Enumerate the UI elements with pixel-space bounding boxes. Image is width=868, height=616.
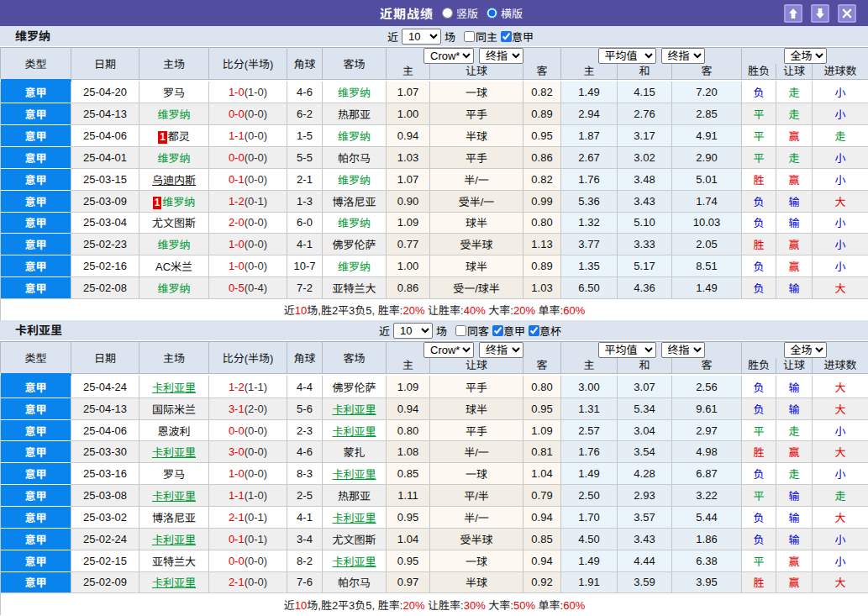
team-link[interactable]: 亚特兰大 xyxy=(332,282,376,295)
odds-view-select[interactable]: 全场 xyxy=(784,342,827,358)
checkbox-input[interactable] xyxy=(464,31,475,42)
odds-view-select[interactable]: Crow* xyxy=(423,342,474,358)
team-link[interactable]: 热那亚 xyxy=(338,108,371,121)
header-row-groups: 类型日期主场比分(半场)角球客场Crow*终指平均值终指全场 xyxy=(1,342,868,359)
team-link[interactable]: 国际米兰 xyxy=(152,403,196,416)
score-cell: 1-0(0-0) xyxy=(209,255,287,277)
odds-view-select[interactable]: 终指 xyxy=(661,342,705,358)
odds-view-select[interactable]: 平均值 xyxy=(598,48,656,64)
filter-checkbox[interactable]: 意杯 xyxy=(529,323,561,339)
filter-checkbox[interactable]: 意甲 xyxy=(492,323,525,339)
team-link[interactable]: 维罗纳 xyxy=(338,217,371,229)
summary-segment: 让胜率: xyxy=(424,599,463,612)
avg-draw-cell: 3.59 xyxy=(618,571,672,593)
team-link[interactable]: 卡利亚里 xyxy=(332,555,376,568)
team-link[interactable]: 恩波利 xyxy=(157,425,190,438)
team-link[interactable]: 维罗纳 xyxy=(157,152,190,165)
team-link[interactable]: 卡利亚里 xyxy=(152,382,196,394)
team-link[interactable]: 卡利亚里 xyxy=(332,425,376,438)
team-link[interactable]: 卡利亚里 xyxy=(152,446,196,459)
team-link[interactable]: 佛罗伦萨 xyxy=(332,239,376,251)
view-mode-radio[interactable]: 横版 xyxy=(487,5,523,21)
team-link[interactable]: 卡利亚里 xyxy=(332,468,376,481)
move-up-button[interactable] xyxy=(784,4,802,23)
result-cell: 小 xyxy=(813,234,868,255)
title-group: 近期战绩 竖版横版 xyxy=(380,0,523,26)
team-link[interactable]: 维罗纳 xyxy=(338,87,371,99)
team-link[interactable]: 博洛尼亚 xyxy=(152,512,196,524)
sub-column-header: 主 xyxy=(561,358,618,373)
team-link[interactable]: 卡利亚里 xyxy=(332,403,376,416)
odds-handicap-cell: 受半球 xyxy=(430,528,523,550)
half-time-score: (0-0) xyxy=(245,576,267,588)
view-mode-radio[interactable]: 竖版 xyxy=(442,5,478,21)
corners-cell: 4-6 xyxy=(287,82,323,103)
full-time-score: 0-1 xyxy=(229,533,245,545)
result-cell: 大 xyxy=(813,507,868,529)
radio-input[interactable] xyxy=(442,8,453,18)
team-link[interactable]: 维罗纳 xyxy=(162,196,195,208)
home-team-cell: 卡利亚里 xyxy=(139,528,209,550)
team-link[interactable]: 维罗纳 xyxy=(157,282,190,295)
avg-home-cell: 1.49 xyxy=(561,82,618,103)
date-cell: 25-03-16 xyxy=(71,463,139,485)
close-button[interactable] xyxy=(838,4,856,23)
team-link[interactable]: 卡利亚里 xyxy=(152,490,196,503)
team-link[interactable]: 博洛尼亚 xyxy=(332,196,376,208)
corners-cell: 8-2 xyxy=(287,550,323,571)
checkbox-input[interactable] xyxy=(501,31,512,42)
filter-checkbox[interactable]: 同客 xyxy=(455,323,489,339)
match-count-select[interactable]: 10 xyxy=(402,29,441,45)
odds-handicap-cell: 半球 xyxy=(430,571,523,593)
team-link[interactable]: 罗马 xyxy=(163,468,185,481)
team-link[interactable]: 卡利亚里 xyxy=(152,534,196,546)
avg-home-cell: 1.76 xyxy=(561,441,618,463)
avg-home-cell: 1.32 xyxy=(561,212,618,234)
odds-view-select[interactable]: Crow* xyxy=(423,48,474,64)
checkbox-input[interactable] xyxy=(492,325,503,336)
team-link[interactable]: 维罗纳 xyxy=(338,130,371,143)
home-team-cell: 乌迪内斯 xyxy=(139,168,209,190)
team-link[interactable]: 热那亚 xyxy=(338,490,371,503)
team-link[interactable]: 维罗纳 xyxy=(157,108,190,121)
team-link[interactable]: 维罗纳 xyxy=(338,261,371,273)
team-link[interactable]: 佛罗伦萨 xyxy=(332,382,376,394)
team-link[interactable]: 蒙扎 xyxy=(343,446,365,459)
team-link[interactable]: 卡利亚里 xyxy=(152,577,196,589)
radio-input[interactable] xyxy=(487,8,497,18)
odds-view-select[interactable]: 全场 xyxy=(784,48,827,64)
full-time-score: 1-0 xyxy=(229,238,245,250)
avg-home-cell: 1.76 xyxy=(561,168,618,190)
team-link[interactable]: 尤文图斯 xyxy=(332,534,376,546)
odds-home-cell: 0.94 xyxy=(387,125,430,147)
team-link[interactable]: 尤文图斯 xyxy=(152,217,196,229)
date-cell: 25-02-15 xyxy=(71,550,139,571)
team-link[interactable]: 罗马 xyxy=(163,87,185,99)
team-link[interactable]: 维罗纳 xyxy=(157,239,190,251)
odds-view-select[interactable]: 终指 xyxy=(661,48,705,64)
team-link[interactable]: 都灵 xyxy=(168,130,190,143)
summary-segment: 20% xyxy=(402,304,424,317)
league-cell: 意甲 xyxy=(1,255,71,277)
odds-view-select[interactable]: 终指 xyxy=(479,48,523,64)
score-cell: 1-1(0-0) xyxy=(209,125,287,147)
move-down-button[interactable] xyxy=(811,4,829,23)
team-link[interactable]: 乌迪内斯 xyxy=(152,174,196,187)
odds-view-select[interactable]: 平均值 xyxy=(598,342,656,358)
team-link[interactable]: 帕尔马 xyxy=(338,577,371,589)
avg-away-cell: 1.74 xyxy=(672,190,742,212)
sub-column-header: 胜负 xyxy=(742,358,776,373)
summary-segment: 60% xyxy=(563,304,585,317)
team-link[interactable]: 维罗纳 xyxy=(338,174,371,187)
team-link[interactable]: 帕尔马 xyxy=(338,152,371,165)
checkbox-input[interactable] xyxy=(529,325,539,336)
checkbox-input[interactable] xyxy=(455,325,466,336)
odds-view-select[interactable]: 终指 xyxy=(479,342,523,358)
team-link[interactable]: 卡利亚里 xyxy=(332,512,376,524)
team-link[interactable]: 亚特兰大 xyxy=(152,555,196,568)
filter-checkbox[interactable]: 意甲 xyxy=(501,29,534,45)
team-link[interactable]: AC米兰 xyxy=(155,261,192,273)
match-count-select[interactable]: 10 xyxy=(393,323,433,339)
sub-column-header: 主 xyxy=(387,358,430,373)
filter-checkbox[interactable]: 同主 xyxy=(464,29,497,45)
